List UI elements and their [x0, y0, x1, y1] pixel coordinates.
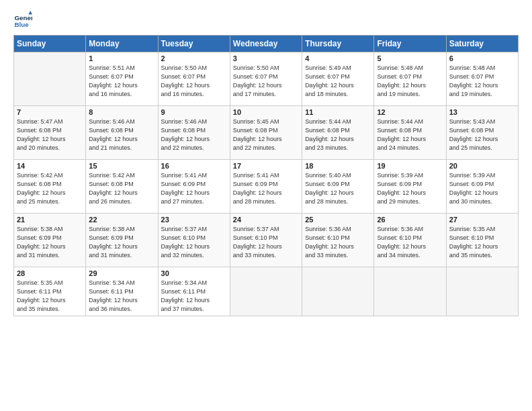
- calendar-body: 1Sunrise: 5:51 AMSunset: 6:07 PMDaylight…: [14, 52, 519, 316]
- calendar-cell: 10Sunrise: 5:45 AMSunset: 6:08 PMDayligh…: [230, 106, 302, 160]
- day-number: 4: [305, 54, 371, 62]
- weekday-header: Sunday: [14, 36, 86, 52]
- day-info: Sunrise: 5:46 AMSunset: 6:08 PMDaylight:…: [89, 118, 154, 152]
- calendar-cell: 19Sunrise: 5:39 AMSunset: 6:09 PMDayligh…: [374, 160, 446, 214]
- calendar-cell: 11Sunrise: 5:44 AMSunset: 6:08 PMDayligh…: [302, 106, 374, 160]
- calendar-cell: 9Sunrise: 5:46 AMSunset: 6:08 PMDaylight…: [158, 106, 230, 160]
- calendar-cell: [14, 52, 86, 106]
- day-info: Sunrise: 5:45 AMSunset: 6:08 PMDaylight:…: [233, 118, 299, 152]
- calendar-week-row: 28Sunrise: 5:35 AMSunset: 6:11 PMDayligh…: [14, 267, 519, 316]
- calendar-cell: 28Sunrise: 5:35 AMSunset: 6:11 PMDayligh…: [14, 267, 86, 316]
- calendar-table: SundayMondayTuesdayWednesdayThursdayFrid…: [13, 35, 519, 316]
- day-info: Sunrise: 5:46 AMSunset: 6:08 PMDaylight:…: [161, 118, 227, 152]
- day-info: Sunrise: 5:44 AMSunset: 6:08 PMDaylight:…: [305, 118, 371, 152]
- day-info: Sunrise: 5:47 AMSunset: 6:08 PMDaylight:…: [17, 118, 83, 152]
- day-number: 8: [89, 108, 154, 116]
- calendar-cell: 27Sunrise: 5:35 AMSunset: 6:10 PMDayligh…: [446, 214, 518, 267]
- calendar-cell: 6Sunrise: 5:48 AMSunset: 6:07 PMDaylight…: [446, 52, 518, 106]
- calendar-cell: 5Sunrise: 5:48 AMSunset: 6:07 PMDaylight…: [374, 52, 446, 106]
- calendar-cell: 4Sunrise: 5:49 AMSunset: 6:07 PMDaylight…: [302, 52, 374, 106]
- day-number: 13: [449, 108, 515, 116]
- day-number: 18: [305, 162, 371, 170]
- calendar-week-row: 14Sunrise: 5:42 AMSunset: 6:08 PMDayligh…: [14, 160, 519, 214]
- calendar-cell: [446, 267, 518, 316]
- day-number: 30: [161, 269, 227, 277]
- day-info: Sunrise: 5:36 AMSunset: 6:10 PMDaylight:…: [305, 225, 371, 260]
- day-info: Sunrise: 5:48 AMSunset: 6:07 PMDaylight:…: [449, 64, 515, 99]
- weekday-header: Saturday: [446, 36, 518, 52]
- calendar-cell: 29Sunrise: 5:34 AMSunset: 6:11 PMDayligh…: [86, 267, 158, 316]
- calendar-cell: [374, 267, 446, 316]
- calendar-cell: 3Sunrise: 5:50 AMSunset: 6:07 PMDaylight…: [230, 52, 302, 106]
- calendar-cell: 25Sunrise: 5:36 AMSunset: 6:10 PMDayligh…: [302, 214, 374, 267]
- day-info: Sunrise: 5:34 AMSunset: 6:11 PMDaylight:…: [89, 279, 154, 314]
- day-number: 29: [89, 269, 154, 277]
- day-info: Sunrise: 5:37 AMSunset: 6:10 PMDaylight:…: [233, 225, 299, 260]
- day-number: 19: [377, 162, 443, 170]
- day-info: Sunrise: 5:50 AMSunset: 6:07 PMDaylight:…: [161, 64, 227, 99]
- svg-text:Blue: Blue: [14, 21, 29, 28]
- calendar-cell: 26Sunrise: 5:36 AMSunset: 6:10 PMDayligh…: [374, 214, 446, 267]
- day-number: 15: [89, 162, 154, 170]
- calendar-cell: 18Sunrise: 5:40 AMSunset: 6:09 PMDayligh…: [302, 160, 374, 214]
- calendar-week-row: 7Sunrise: 5:47 AMSunset: 6:08 PMDaylight…: [14, 106, 519, 160]
- calendar-cell: 7Sunrise: 5:47 AMSunset: 6:08 PMDaylight…: [14, 106, 86, 160]
- day-info: Sunrise: 5:34 AMSunset: 6:11 PMDaylight:…: [161, 279, 227, 314]
- day-number: 12: [377, 108, 443, 116]
- day-number: 11: [305, 108, 371, 116]
- calendar-cell: 24Sunrise: 5:37 AMSunset: 6:10 PMDayligh…: [230, 214, 302, 267]
- calendar-cell: 12Sunrise: 5:44 AMSunset: 6:08 PMDayligh…: [374, 106, 446, 160]
- day-number: 20: [449, 162, 515, 170]
- calendar-cell: 14Sunrise: 5:42 AMSunset: 6:08 PMDayligh…: [14, 160, 86, 214]
- day-number: 7: [17, 108, 83, 116]
- logo: General Blue: [13, 11, 35, 30]
- day-number: 14: [17, 162, 83, 170]
- calendar-cell: 16Sunrise: 5:41 AMSunset: 6:09 PMDayligh…: [158, 160, 230, 214]
- calendar-header-row: SundayMondayTuesdayWednesdayThursdayFrid…: [14, 36, 519, 52]
- day-number: 25: [305, 216, 371, 224]
- day-info: Sunrise: 5:39 AMSunset: 6:09 PMDaylight:…: [449, 171, 515, 206]
- day-number: 26: [377, 216, 443, 224]
- weekday-header: Wednesday: [230, 36, 302, 52]
- weekday-header: Monday: [86, 36, 158, 52]
- calendar-cell: 23Sunrise: 5:37 AMSunset: 6:10 PMDayligh…: [158, 214, 230, 267]
- day-number: 28: [17, 269, 83, 277]
- day-number: 17: [233, 162, 299, 170]
- logo-icon: General Blue: [13, 11, 32, 30]
- day-info: Sunrise: 5:41 AMSunset: 6:09 PMDaylight:…: [161, 171, 227, 206]
- calendar-cell: 13Sunrise: 5:43 AMSunset: 6:08 PMDayligh…: [446, 106, 518, 160]
- day-info: Sunrise: 5:35 AMSunset: 6:10 PMDaylight:…: [449, 225, 515, 260]
- day-info: Sunrise: 5:42 AMSunset: 6:08 PMDaylight:…: [17, 171, 83, 206]
- day-number: 3: [233, 54, 299, 62]
- day-info: Sunrise: 5:39 AMSunset: 6:09 PMDaylight:…: [377, 171, 443, 206]
- calendar-cell: 8Sunrise: 5:46 AMSunset: 6:08 PMDaylight…: [86, 106, 158, 160]
- day-number: 9: [161, 108, 227, 116]
- calendar-cell: 22Sunrise: 5:38 AMSunset: 6:09 PMDayligh…: [86, 214, 158, 267]
- weekday-header: Tuesday: [158, 36, 230, 52]
- day-number: 23: [161, 216, 227, 224]
- day-number: 22: [89, 216, 154, 224]
- day-number: 24: [233, 216, 299, 224]
- day-info: Sunrise: 5:40 AMSunset: 6:09 PMDaylight:…: [305, 171, 371, 206]
- calendar-cell: [230, 267, 302, 316]
- weekday-header: Friday: [374, 36, 446, 52]
- day-info: Sunrise: 5:51 AMSunset: 6:07 PMDaylight:…: [89, 64, 154, 99]
- calendar-cell: 20Sunrise: 5:39 AMSunset: 6:09 PMDayligh…: [446, 160, 518, 214]
- calendar-cell: 15Sunrise: 5:42 AMSunset: 6:08 PMDayligh…: [86, 160, 158, 214]
- day-number: 5: [377, 54, 443, 62]
- day-number: 27: [449, 216, 515, 224]
- day-number: 2: [161, 54, 227, 62]
- calendar-cell: 21Sunrise: 5:38 AMSunset: 6:09 PMDayligh…: [14, 214, 86, 267]
- calendar-cell: 2Sunrise: 5:50 AMSunset: 6:07 PMDaylight…: [158, 52, 230, 106]
- calendar-cell: 17Sunrise: 5:41 AMSunset: 6:09 PMDayligh…: [230, 160, 302, 214]
- day-info: Sunrise: 5:41 AMSunset: 6:09 PMDaylight:…: [233, 171, 299, 206]
- day-info: Sunrise: 5:35 AMSunset: 6:11 PMDaylight:…: [17, 279, 83, 314]
- calendar-cell: 1Sunrise: 5:51 AMSunset: 6:07 PMDaylight…: [86, 52, 158, 106]
- day-info: Sunrise: 5:50 AMSunset: 6:07 PMDaylight:…: [233, 64, 299, 99]
- calendar-week-row: 21Sunrise: 5:38 AMSunset: 6:09 PMDayligh…: [14, 214, 519, 267]
- day-info: Sunrise: 5:42 AMSunset: 6:08 PMDaylight:…: [89, 171, 154, 206]
- calendar-cell: 30Sunrise: 5:34 AMSunset: 6:11 PMDayligh…: [158, 267, 230, 316]
- day-info: Sunrise: 5:36 AMSunset: 6:10 PMDaylight:…: [377, 225, 443, 260]
- day-info: Sunrise: 5:44 AMSunset: 6:08 PMDaylight:…: [377, 118, 443, 152]
- weekday-header: Thursday: [302, 36, 374, 52]
